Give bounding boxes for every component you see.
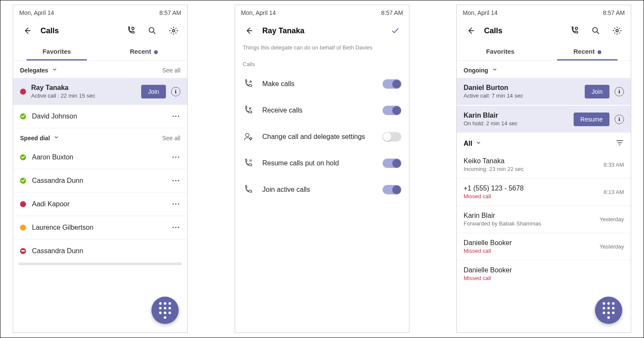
contact-row[interactable]: Aadi Kapoor ··· — [13, 193, 187, 216]
dialpad-fab[interactable] — [595, 297, 622, 324]
dialpad-icon — [603, 302, 615, 319]
tab-recent[interactable]: Recent — [100, 43, 187, 60]
screen-recent: Mon, April 14 8:57 AM Calls Favorites Re… — [456, 5, 631, 333]
presence-busy-icon — [20, 89, 26, 95]
chevron-down-icon — [53, 134, 59, 142]
status-bar: Mon, April 14 8:57 AM — [457, 5, 631, 19]
all-filter-header[interactable]: All — [457, 133, 631, 151]
make-calls-icon — [243, 78, 254, 90]
see-all-link[interactable]: See all — [162, 135, 180, 142]
see-all-link[interactable]: See all — [162, 67, 180, 74]
contact-row[interactable]: Cassandra Dunn ··· — [13, 169, 187, 193]
voicemail-icon[interactable] — [123, 23, 139, 38]
active-call-name: Ray Tanaka — [31, 84, 136, 92]
settings-icon[interactable] — [166, 23, 181, 38]
more-icon[interactable]: ··· — [172, 153, 180, 161]
toggle-receive-calls[interactable] — [383, 106, 401, 115]
chevron-down-icon — [52, 66, 58, 74]
contact-name: David Johnson — [32, 113, 166, 120]
page-title: Ray Tanaka — [262, 26, 382, 35]
tab-favorites[interactable]: Favorites — [457, 43, 544, 60]
more-icon[interactable]: ··· — [172, 224, 180, 231]
settings-icon[interactable] — [609, 23, 625, 38]
presence-away-icon — [20, 225, 26, 231]
dialpad-fab[interactable] — [151, 297, 179, 324]
call-history-row[interactable]: Danielle BookerMissed call — [457, 260, 631, 287]
more-icon[interactable]: ··· — [172, 177, 180, 185]
perm-make-calls: Make calls — [235, 71, 409, 97]
toggle-change-settings[interactable] — [383, 132, 401, 142]
page-title: Calls — [41, 26, 117, 35]
svg-point-1 — [149, 28, 154, 32]
toggle-make-calls[interactable] — [383, 79, 401, 89]
ongoing-call-card[interactable]: Daniel Burton Active call: 7 min 14 sec … — [457, 78, 631, 105]
status-bar: Mon, April 14 8:57 AM — [13, 5, 187, 19]
presence-busy-icon — [20, 201, 26, 207]
svg-point-7 — [616, 29, 618, 32]
app-bar: Calls — [457, 19, 631, 43]
speed-dial-header[interactable]: Speed dial See all — [13, 128, 187, 146]
more-icon[interactable]: ··· — [172, 113, 180, 120]
call-history-row[interactable]: Karin BlairForwarded by Babak Shammas Ye… — [457, 206, 631, 233]
recent-badge-dot — [154, 50, 158, 54]
dialpad-icon — [159, 302, 171, 319]
join-button[interactable]: Join — [585, 85, 609, 98]
chevron-down-icon — [476, 140, 482, 147]
back-icon[interactable] — [241, 23, 256, 38]
tabs: Favorites Recent — [13, 43, 187, 61]
delegate-description: Things this delegate can do on behalf of… — [235, 43, 409, 58]
call-history-row[interactable]: +1 (555) 123 - 5678Missed call 8:13 AM — [457, 179, 631, 206]
tabs: Favorites Recent — [457, 43, 631, 61]
presence-available-icon — [20, 113, 26, 119]
info-icon[interactable]: i — [615, 87, 624, 96]
call-history-row[interactable]: Danielle BookerMissed call Yesterday — [457, 233, 631, 260]
perm-receive-calls: Receive calls — [235, 97, 409, 124]
contact-row[interactable]: David Johnson ··· — [13, 105, 187, 128]
tab-recent[interactable]: Recent — [544, 43, 631, 60]
ongoing-header[interactable]: Ongoing — [457, 61, 631, 78]
back-icon[interactable] — [463, 23, 478, 38]
voicemail-icon[interactable] — [567, 23, 582, 38]
receive-calls-icon — [243, 105, 254, 116]
svg-point-2 — [172, 29, 175, 32]
contact-row[interactable]: Aaron Buxton ··· — [13, 146, 187, 169]
change-settings-icon — [243, 131, 254, 142]
resume-button[interactable]: Resume — [574, 113, 609, 126]
resume-hold-icon — [243, 158, 254, 169]
svg-point-4 — [250, 138, 252, 139]
app-bar: Calls — [13, 19, 187, 43]
presence-dnd-icon — [20, 248, 26, 254]
status-bar: Mon, April 14 8:57 AM — [235, 5, 409, 19]
info-icon[interactable]: i — [615, 115, 624, 124]
scroll-indicator — [18, 263, 182, 265]
perm-resume-hold: Resume calls put on hold — [235, 150, 409, 176]
perm-change-settings: Change call and delegate settings — [235, 124, 409, 150]
status-date: Mon, April 14 — [19, 9, 54, 16]
confirm-check-icon[interactable] — [388, 23, 403, 38]
toggle-join-active[interactable] — [383, 185, 401, 194]
active-call-card[interactable]: Ray Tanaka Active call : 22 min 15 sec J… — [13, 78, 187, 105]
search-icon[interactable] — [588, 23, 603, 38]
svg-point-5 — [575, 27, 578, 30]
perm-join-active: Join active calls — [235, 176, 409, 203]
svg-point-6 — [593, 28, 598, 32]
contact-row[interactable]: Cassandra Dunn — [13, 240, 187, 263]
toggle-resume-hold[interactable] — [383, 159, 401, 168]
status-time: 8:57 AM — [160, 9, 181, 16]
contact-row[interactable]: Laurence Gilbertson ··· — [13, 216, 187, 240]
svg-point-3 — [246, 133, 249, 137]
screen-delegate-permissions: Mon, April 14 8:57 AM Ray Tanaka Things … — [235, 5, 409, 333]
ongoing-call-card[interactable]: Karin Blair On hold: 2 min 14 sec Resume… — [457, 106, 631, 133]
chevron-down-icon — [492, 66, 498, 74]
tab-favorites[interactable]: Favorites — [13, 43, 100, 60]
more-icon[interactable]: ··· — [172, 200, 180, 208]
back-icon[interactable] — [19, 23, 35, 38]
call-history-row[interactable]: Keiko TanakaIncoming: 23 min 22 sec 8:33… — [457, 151, 631, 179]
delegates-header[interactable]: Delegates See all — [13, 61, 187, 78]
info-icon[interactable]: i — [171, 87, 180, 96]
join-button[interactable]: Join — [141, 85, 166, 98]
filter-icon[interactable] — [615, 139, 624, 149]
page-title: Calls — [484, 26, 561, 35]
search-icon[interactable] — [145, 23, 160, 38]
app-bar: Ray Tanaka — [235, 19, 409, 43]
